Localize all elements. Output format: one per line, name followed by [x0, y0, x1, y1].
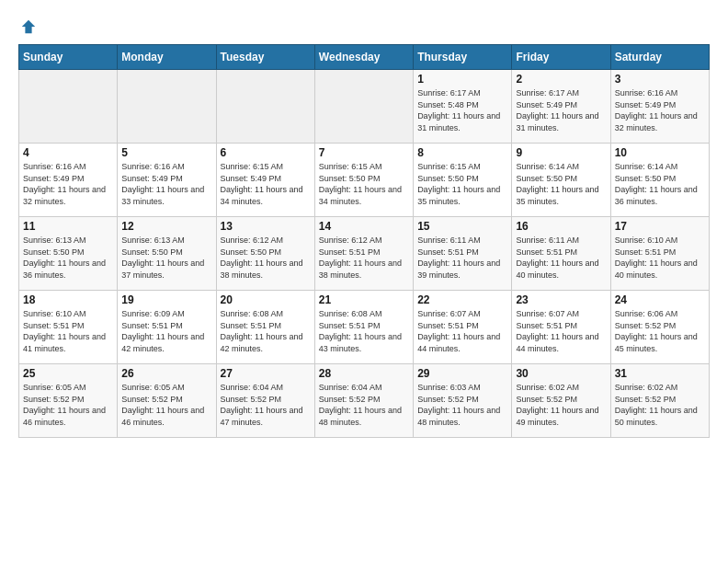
calendar-table: SundayMondayTuesdayWednesdayThursdayFrid… [18, 44, 710, 438]
day-number: 10 [615, 146, 705, 159]
calendar-cell: 28Sunrise: 6:04 AMSunset: 5:52 PMDayligh… [314, 364, 413, 438]
calendar-header-thursday: Thursday [414, 45, 512, 70]
calendar-cell: 5Sunrise: 6:16 AMSunset: 5:49 PMDaylight… [118, 144, 216, 217]
calendar-cell: 16Sunrise: 6:11 AMSunset: 5:51 PMDayligh… [512, 217, 610, 291]
calendar-header-sunday: Sunday [19, 45, 118, 70]
calendar-header-wednesday: Wednesday [314, 45, 413, 70]
calendar-cell: 8Sunrise: 6:15 AMSunset: 5:50 PMDaylight… [414, 144, 512, 217]
day-info: Sunrise: 6:07 AMSunset: 5:51 PMDaylight:… [417, 308, 507, 354]
calendar-cell: 2Sunrise: 6:17 AMSunset: 5:49 PMDaylight… [512, 70, 610, 144]
day-number: 3 [615, 73, 705, 86]
calendar-week-row: 1Sunrise: 6:17 AMSunset: 5:48 PMDaylight… [19, 70, 710, 144]
calendar-cell: 17Sunrise: 6:10 AMSunset: 5:51 PMDayligh… [610, 217, 709, 291]
calendar-cell: 25Sunrise: 6:05 AMSunset: 5:52 PMDayligh… [19, 364, 118, 438]
day-number: 17 [615, 220, 705, 233]
day-info: Sunrise: 6:15 AMSunset: 5:50 PMDaylight:… [319, 161, 409, 207]
calendar-cell: 12Sunrise: 6:13 AMSunset: 5:50 PMDayligh… [118, 217, 216, 291]
day-info: Sunrise: 6:07 AMSunset: 5:51 PMDaylight:… [516, 308, 606, 354]
day-info: Sunrise: 6:13 AMSunset: 5:50 PMDaylight:… [121, 235, 211, 281]
calendar-cell: 11Sunrise: 6:13 AMSunset: 5:50 PMDayligh… [19, 217, 118, 291]
day-info: Sunrise: 6:14 AMSunset: 5:50 PMDaylight:… [516, 161, 606, 207]
day-info: Sunrise: 6:08 AMSunset: 5:51 PMDaylight:… [319, 308, 409, 354]
day-info: Sunrise: 6:13 AMSunset: 5:50 PMDaylight:… [23, 235, 113, 281]
calendar-cell: 3Sunrise: 6:16 AMSunset: 5:49 PMDaylight… [610, 70, 709, 144]
day-number: 18 [23, 293, 113, 306]
calendar-week-row: 18Sunrise: 6:10 AMSunset: 5:51 PMDayligh… [19, 291, 710, 364]
logo [18, 18, 37, 35]
page: SundayMondayTuesdayWednesdayThursdayFrid… [0, 0, 728, 447]
calendar-cell: 22Sunrise: 6:07 AMSunset: 5:51 PMDayligh… [414, 291, 512, 364]
day-number: 20 [221, 293, 311, 306]
day-number: 29 [417, 367, 507, 380]
calendar-cell: 6Sunrise: 6:15 AMSunset: 5:49 PMDaylight… [216, 144, 314, 217]
day-info: Sunrise: 6:02 AMSunset: 5:52 PMDaylight:… [516, 382, 606, 428]
day-number: 22 [417, 293, 507, 306]
day-info: Sunrise: 6:16 AMSunset: 5:49 PMDaylight:… [121, 161, 211, 207]
day-number: 12 [121, 220, 211, 233]
day-info: Sunrise: 6:05 AMSunset: 5:52 PMDaylight:… [121, 382, 211, 428]
day-number: 24 [615, 293, 705, 306]
calendar-cell: 30Sunrise: 6:02 AMSunset: 5:52 PMDayligh… [512, 364, 610, 438]
day-number: 9 [516, 146, 606, 159]
calendar-cell: 9Sunrise: 6:14 AMSunset: 5:50 PMDaylight… [512, 144, 610, 217]
day-number: 5 [121, 146, 211, 159]
day-info: Sunrise: 6:12 AMSunset: 5:50 PMDaylight:… [221, 235, 311, 281]
day-number: 31 [615, 367, 705, 380]
calendar-cell: 18Sunrise: 6:10 AMSunset: 5:51 PMDayligh… [19, 291, 118, 364]
day-info: Sunrise: 6:05 AMSunset: 5:52 PMDaylight:… [23, 382, 113, 428]
day-number: 16 [516, 220, 606, 233]
day-number: 8 [417, 146, 507, 159]
day-info: Sunrise: 6:12 AMSunset: 5:51 PMDaylight:… [319, 235, 409, 281]
header [18, 18, 710, 35]
day-number: 6 [221, 146, 311, 159]
day-info: Sunrise: 6:03 AMSunset: 5:52 PMDaylight:… [417, 382, 507, 428]
day-info: Sunrise: 6:08 AMSunset: 5:51 PMDaylight:… [221, 308, 311, 354]
day-info: Sunrise: 6:04 AMSunset: 5:52 PMDaylight:… [221, 382, 311, 428]
calendar-cell [19, 70, 118, 144]
calendar-cell: 24Sunrise: 6:06 AMSunset: 5:52 PMDayligh… [610, 291, 709, 364]
calendar-header-monday: Monday [118, 45, 216, 70]
day-info: Sunrise: 6:04 AMSunset: 5:52 PMDaylight:… [319, 382, 409, 428]
day-info: Sunrise: 6:10 AMSunset: 5:51 PMDaylight:… [615, 235, 705, 281]
calendar-header-row: SundayMondayTuesdayWednesdayThursdayFrid… [19, 45, 710, 70]
calendar-week-row: 25Sunrise: 6:05 AMSunset: 5:52 PMDayligh… [19, 364, 710, 438]
calendar-cell: 10Sunrise: 6:14 AMSunset: 5:50 PMDayligh… [610, 144, 709, 217]
calendar-week-row: 11Sunrise: 6:13 AMSunset: 5:50 PMDayligh… [19, 217, 710, 291]
calendar-cell: 4Sunrise: 6:16 AMSunset: 5:49 PMDaylight… [19, 144, 118, 217]
day-info: Sunrise: 6:11 AMSunset: 5:51 PMDaylight:… [516, 235, 606, 281]
calendar-header-saturday: Saturday [610, 45, 709, 70]
calendar-cell: 29Sunrise: 6:03 AMSunset: 5:52 PMDayligh… [414, 364, 512, 438]
day-info: Sunrise: 6:16 AMSunset: 5:49 PMDaylight:… [615, 87, 705, 133]
day-number: 19 [121, 293, 211, 306]
svg-marker-0 [22, 20, 35, 33]
calendar-cell [118, 70, 216, 144]
day-info: Sunrise: 6:15 AMSunset: 5:50 PMDaylight:… [417, 161, 507, 207]
day-info: Sunrise: 6:11 AMSunset: 5:51 PMDaylight:… [417, 235, 507, 281]
calendar-header-friday: Friday [512, 45, 610, 70]
calendar-cell: 19Sunrise: 6:09 AMSunset: 5:51 PMDayligh… [118, 291, 216, 364]
calendar-header-tuesday: Tuesday [216, 45, 314, 70]
day-number: 25 [23, 367, 113, 380]
calendar-cell [216, 70, 314, 144]
day-info: Sunrise: 6:06 AMSunset: 5:52 PMDaylight:… [615, 308, 705, 354]
calendar-cell: 31Sunrise: 6:02 AMSunset: 5:52 PMDayligh… [610, 364, 709, 438]
calendar-cell: 27Sunrise: 6:04 AMSunset: 5:52 PMDayligh… [216, 364, 314, 438]
calendar-cell: 14Sunrise: 6:12 AMSunset: 5:51 PMDayligh… [314, 217, 413, 291]
calendar-cell: 26Sunrise: 6:05 AMSunset: 5:52 PMDayligh… [118, 364, 216, 438]
day-number: 21 [319, 293, 409, 306]
calendar-cell [314, 70, 413, 144]
logo-icon [20, 18, 37, 35]
day-number: 28 [319, 367, 409, 380]
day-info: Sunrise: 6:17 AMSunset: 5:48 PMDaylight:… [417, 87, 507, 133]
day-info: Sunrise: 6:10 AMSunset: 5:51 PMDaylight:… [23, 308, 113, 354]
day-info: Sunrise: 6:02 AMSunset: 5:52 PMDaylight:… [615, 382, 705, 428]
day-number: 13 [221, 220, 311, 233]
calendar-cell: 21Sunrise: 6:08 AMSunset: 5:51 PMDayligh… [314, 291, 413, 364]
day-number: 27 [221, 367, 311, 380]
day-number: 2 [516, 73, 606, 86]
calendar-cell: 23Sunrise: 6:07 AMSunset: 5:51 PMDayligh… [512, 291, 610, 364]
day-info: Sunrise: 6:14 AMSunset: 5:50 PMDaylight:… [615, 161, 705, 207]
day-info: Sunrise: 6:17 AMSunset: 5:49 PMDaylight:… [516, 87, 606, 133]
day-info: Sunrise: 6:15 AMSunset: 5:49 PMDaylight:… [221, 161, 311, 207]
day-number: 4 [23, 146, 113, 159]
